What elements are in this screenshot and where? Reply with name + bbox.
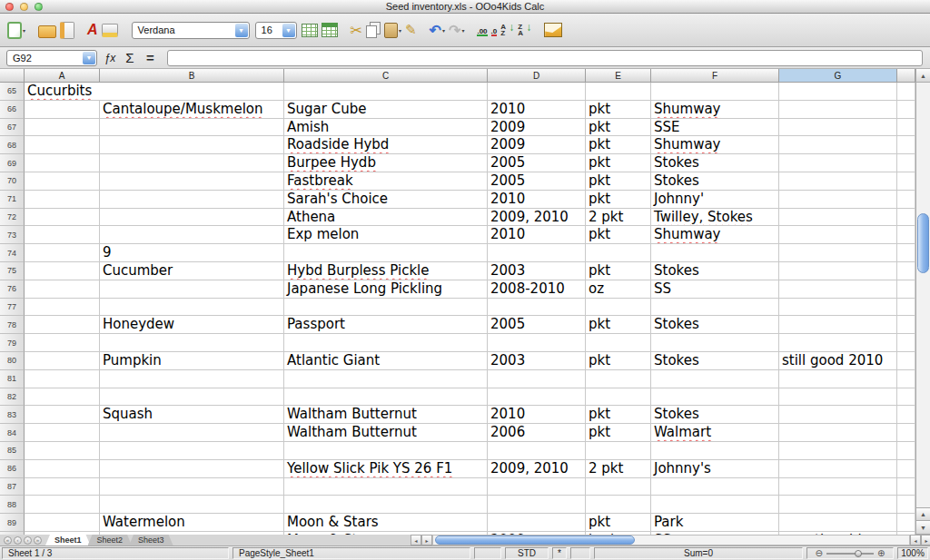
- cell-G73[interactable]: [779, 226, 897, 244]
- tab-sheet1[interactable]: Sheet1: [45, 535, 91, 545]
- zoom-in-icon[interactable]: ⊕: [877, 548, 885, 558]
- cell-B80[interactable]: Pumpkin: [100, 352, 284, 370]
- new-document-icon[interactable]: ▾: [5, 18, 27, 42]
- sum-icon[interactable]: Σ: [120, 50, 140, 66]
- column-header-E[interactable]: E: [586, 69, 651, 83]
- cell-C74[interactable]: [284, 244, 488, 262]
- cell-G83[interactable]: [779, 406, 897, 424]
- cell-A87[interactable]: [25, 478, 100, 496]
- cell-H74[interactable]: [897, 244, 915, 262]
- cell-G70[interactable]: [779, 172, 897, 191]
- cell-A76[interactable]: [25, 280, 100, 299]
- cell-G82[interactable]: [779, 388, 897, 407]
- cell-F82[interactable]: [651, 388, 779, 407]
- cell-C72[interactable]: Athena: [284, 209, 488, 227]
- cell-H69[interactable]: [897, 154, 915, 172]
- cell-H66[interactable]: [897, 101, 915, 119]
- cell-C65[interactable]: [284, 83, 488, 101]
- cell-D89[interactable]: [488, 514, 586, 532]
- cell-E77[interactable]: [586, 299, 651, 317]
- cell-D69[interactable]: 2005: [488, 154, 586, 172]
- row-header-77[interactable]: 77: [0, 299, 25, 317]
- cell-F65[interactable]: [651, 83, 779, 101]
- cell-B78[interactable]: Honeydew: [100, 316, 284, 334]
- cell-D82[interactable]: [488, 388, 586, 407]
- cell-D86[interactable]: 2009, 2010: [488, 460, 586, 478]
- delete-decimal-icon[interactable]: .0: [490, 18, 500, 42]
- column-header-A[interactable]: A: [25, 69, 100, 83]
- last-sheet-icon[interactable]: »: [34, 536, 42, 545]
- cell-B73[interactable]: [100, 226, 284, 244]
- scroll-down-icon[interactable]: ▼: [916, 521, 930, 535]
- cell-E74[interactable]: [586, 244, 651, 262]
- cell-B88[interactable]: [100, 496, 284, 514]
- cell-G72[interactable]: [779, 209, 897, 227]
- cell-G86[interactable]: [779, 460, 897, 478]
- cell-F73[interactable]: Shumway: [651, 226, 779, 244]
- cell-G77[interactable]: [779, 299, 897, 317]
- cell-B66[interactable]: Cantaloupe/Muskmelon: [100, 101, 284, 119]
- tab-sheet3[interactable]: Sheet3: [129, 535, 173, 545]
- cell-F71[interactable]: Johnny': [651, 191, 779, 209]
- zoom-control[interactable]: ⊖ ⊕: [806, 547, 894, 559]
- cell-B79[interactable]: [100, 334, 284, 352]
- add-decimal-icon[interactable]: .00: [475, 18, 489, 42]
- cell-A69[interactable]: [25, 154, 100, 172]
- cell-H80[interactable]: [897, 352, 915, 370]
- print-icon[interactable]: [100, 18, 120, 42]
- horizontal-scrollbar[interactable]: ◂ ▸ ◂ ▸: [411, 535, 930, 545]
- cell-E76[interactable]: oz: [586, 280, 651, 299]
- cell-C89[interactable]: Moon & Stars: [284, 514, 488, 532]
- cell-D66[interactable]: 2010: [488, 101, 586, 119]
- cell-B77[interactable]: [100, 299, 284, 317]
- zoom-slider-thumb[interactable]: [855, 550, 862, 557]
- cell-C80[interactable]: Atlantic Giant: [284, 352, 488, 370]
- cell-A68[interactable]: [25, 136, 100, 154]
- cell-H88[interactable]: [897, 496, 915, 514]
- chevron-down-icon[interactable]: ▾: [461, 27, 464, 34]
- cell-E84[interactable]: pkt: [586, 424, 651, 442]
- cell-A85[interactable]: [25, 442, 100, 460]
- cell-F86[interactable]: Johnny's: [651, 460, 779, 478]
- cell-C87[interactable]: [284, 478, 488, 496]
- cell-G89[interactable]: [779, 514, 897, 532]
- cell-D68[interactable]: 2009: [488, 136, 586, 154]
- column-header-C[interactable]: C: [284, 69, 488, 83]
- row-header-68[interactable]: 68: [0, 136, 25, 154]
- cell-F81[interactable]: [651, 370, 779, 388]
- function-wizard-icon[interactable]: ƒx: [100, 50, 120, 66]
- cell-B70[interactable]: [100, 172, 284, 191]
- cell-D79[interactable]: [488, 334, 586, 352]
- cell-B67[interactable]: [100, 119, 284, 137]
- cell-B81[interactable]: [100, 370, 284, 388]
- row-header-83[interactable]: 83: [0, 406, 25, 424]
- horizontal-scroll-thumb[interactable]: [435, 535, 635, 545]
- cell-D72[interactable]: 2009, 2010: [488, 209, 586, 227]
- cell-D84[interactable]: 2006: [488, 424, 586, 442]
- cell-H76[interactable]: [897, 280, 915, 299]
- cell-F69[interactable]: Stokes: [651, 154, 779, 172]
- cell-C86[interactable]: Yellow Slick Pik YS 26 F1: [284, 460, 488, 478]
- cell-F88[interactable]: [651, 496, 779, 514]
- row-header-66[interactable]: 66: [0, 101, 25, 119]
- cell-F75[interactable]: Stokes: [651, 262, 779, 280]
- chevron-down-icon[interactable]: ▼: [282, 24, 295, 37]
- cell-A81[interactable]: [25, 370, 100, 388]
- cell-G69[interactable]: [779, 154, 897, 172]
- cell-G78[interactable]: [779, 316, 897, 334]
- cell-E87[interactable]: [586, 478, 651, 496]
- open-icon[interactable]: [36, 18, 58, 42]
- cell-A89[interactable]: [25, 514, 100, 532]
- cell-F77[interactable]: [651, 299, 779, 317]
- cell-E78[interactable]: pkt: [586, 316, 651, 334]
- row-header-88[interactable]: 88: [0, 496, 25, 514]
- cell-D80[interactable]: 2003: [488, 352, 586, 370]
- scroll-right-icon[interactable]: ▸: [421, 535, 432, 545]
- cell-F68[interactable]: Shumway: [651, 136, 779, 154]
- cell-D81[interactable]: [488, 370, 586, 388]
- cell-H73[interactable]: [897, 226, 915, 244]
- row-header-80[interactable]: 80: [0, 352, 25, 370]
- cell-E75[interactable]: pkt: [586, 262, 651, 280]
- cell-A72[interactable]: [25, 209, 100, 227]
- font-name-combo[interactable]: Verdana ▼: [132, 22, 250, 39]
